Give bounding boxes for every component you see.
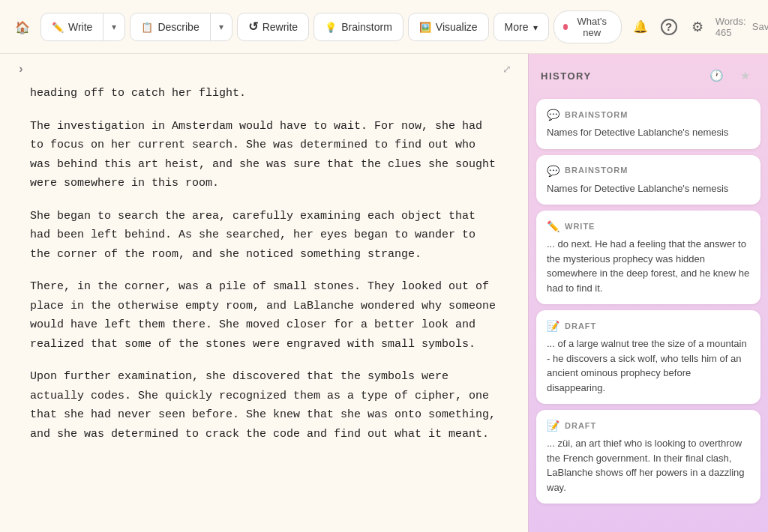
more-label: More (505, 21, 529, 33)
card-type-row: BRAINSTORM (547, 164, 750, 177)
brainstorm-icon (325, 21, 337, 33)
visualize-icon (419, 21, 431, 33)
bell-icon (633, 19, 648, 34)
card-content: Names for Detective Lablanche's nemesis (547, 125, 750, 140)
paragraph-text: There, in the corner, was a pile of smal… (30, 280, 496, 351)
brainstorm-label: Brainstorm (341, 21, 392, 33)
draft-card-icon (547, 319, 560, 332)
editor-collapse-button[interactable] (12, 60, 30, 78)
card-type-label: DRAFT (565, 321, 596, 330)
card-type-row: BRAINSTORM (547, 108, 750, 121)
paragraph-text: Upon further examination, she discovered… (30, 370, 496, 441)
editor-content[interactable]: heading off to catch her flight. The inv… (0, 84, 528, 487)
editor-resize-button[interactable] (498, 60, 516, 78)
history-sidebar: HISTORY BRAINSTORM Names for Detective L… (528, 54, 768, 532)
sidebar-title: HISTORY (541, 70, 592, 82)
card-type-row: DRAFT (547, 419, 750, 432)
editor-header (0, 54, 528, 84)
toolbar: Write Describe Rewrite Brainstorm (0, 0, 768, 54)
visualize-label: Visualize (436, 21, 478, 33)
rewrite-icon (248, 19, 258, 34)
history-star-button[interactable] (734, 64, 756, 87)
describe-icon (141, 21, 153, 33)
help-button[interactable]: ? (658, 14, 680, 40)
editor-paragraph-3: She began to search the area, carefully … (30, 207, 498, 265)
clock-icon (710, 69, 724, 82)
document-stats: Words: 465 Saved (716, 16, 768, 38)
chevron-down-icon (219, 22, 224, 32)
card-type-label: DRAFT (565, 421, 596, 430)
card-content: ... züi, an art thief who is looking to … (547, 436, 750, 495)
describe-button[interactable]: Describe (130, 13, 210, 40)
settings-button[interactable] (687, 14, 708, 40)
write-card-icon (547, 220, 560, 232)
editor-pane[interactable]: heading off to catch her flight. The inv… (0, 54, 528, 532)
write-button-group: Write (40, 13, 125, 41)
whats-new-button[interactable]: What's new (554, 10, 622, 43)
brainstorm-button[interactable]: Brainstorm (314, 13, 404, 41)
rewrite-label: Rewrite (262, 21, 298, 33)
settings-icon (692, 19, 704, 35)
card-type-label: WRITE (565, 222, 595, 231)
new-indicator (563, 24, 568, 30)
card-type-row: WRITE (547, 220, 750, 232)
editor-paragraph-5: Upon further examination, she discovered… (30, 367, 498, 444)
toolbar-left: Write Describe Rewrite Brainstorm (9, 13, 549, 41)
history-card-1[interactable]: BRAINSTORM Names for Detective Lablanche… (536, 99, 760, 149)
history-clock-button[interactable] (705, 64, 728, 87)
editor-paragraph-1: heading off to catch her flight. (30, 84, 498, 103)
card-type-label: BRAINSTORM (565, 166, 628, 175)
help-icon: ? (661, 19, 677, 35)
more-button[interactable]: More (494, 13, 549, 41)
paragraph-text: She began to search the area, carefully … (30, 210, 476, 261)
chevron-down-icon (112, 22, 116, 32)
star-icon (740, 69, 750, 82)
describe-label: Describe (158, 21, 199, 33)
history-card-2[interactable]: BRAINSTORM Names for Detective Lablanche… (536, 155, 760, 205)
history-card-3[interactable]: WRITE ... do next. He had a feeling that… (536, 211, 760, 304)
home-button[interactable] (9, 13, 36, 40)
write-icon (52, 21, 64, 33)
paragraph-text: The investigation in Amsterdam would hav… (30, 120, 496, 190)
history-items-list: BRAINSTORM Names for Detective Lablanche… (529, 94, 768, 532)
write-dropdown-button[interactable] (104, 13, 124, 40)
toolbar-right: What's new ? Words: 465 Saved (554, 10, 768, 43)
card-type-label: BRAINSTORM (565, 110, 628, 119)
home-icon (15, 18, 30, 35)
card-content: ... do next. He had a feeling that the a… (547, 237, 750, 295)
editor-paragraph-2: The investigation in Amsterdam would hav… (30, 117, 498, 193)
write-button[interactable]: Write (41, 13, 104, 40)
describe-dropdown-button[interactable] (211, 13, 232, 40)
paragraph-text: heading off to catch her flight. (30, 87, 246, 100)
history-card-5[interactable]: DRAFT ... züi, an art thief who is looki… (536, 410, 760, 504)
brainstorm-card-icon (547, 164, 560, 177)
collapse-icon (19, 62, 22, 76)
write-label: Write (68, 21, 92, 33)
resize-icon (502, 63, 512, 75)
draft-card-icon (547, 419, 560, 432)
card-content: Names for Detective Lablanche's nemesis (547, 181, 750, 196)
card-content: ... of a large walnut tree the size of a… (547, 336, 750, 395)
chevron-down-icon (533, 21, 538, 33)
history-card-4[interactable]: DRAFT ... of a large walnut tree the siz… (536, 310, 760, 404)
editor-paragraph-4: There, in the corner, was a pile of smal… (30, 277, 498, 354)
card-type-row: DRAFT (547, 319, 750, 332)
rewrite-button[interactable]: Rewrite (237, 13, 309, 41)
sidebar-controls (705, 64, 756, 87)
word-count: Words: 465 (716, 16, 749, 38)
describe-button-group: Describe (130, 13, 232, 41)
saved-status: Saved (752, 21, 768, 32)
whats-new-label: What's new (572, 16, 612, 38)
notifications-button[interactable] (629, 14, 650, 40)
sidebar-header: HISTORY (529, 54, 768, 94)
main-content: heading off to catch her flight. The inv… (0, 54, 768, 532)
visualize-button[interactable]: Visualize (408, 13, 489, 41)
brainstorm-card-icon (547, 108, 560, 121)
